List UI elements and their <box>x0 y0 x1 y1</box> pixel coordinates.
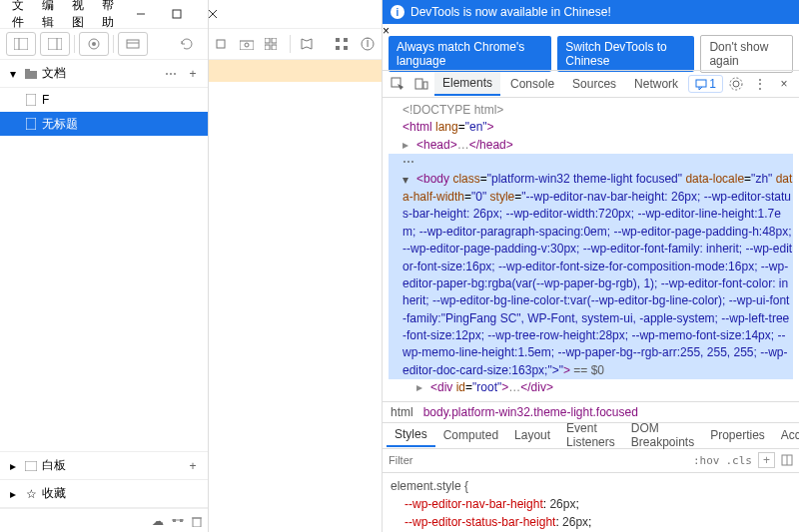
left-toolbar <box>0 28 208 60</box>
section-whiteboard[interactable]: ▸ 白板 + <box>0 452 208 480</box>
svg-rect-1 <box>173 10 181 18</box>
devtools-pane: i DevTools is now available in Chinese! … <box>383 0 799 532</box>
cls-toggle[interactable]: .cls <box>725 454 752 467</box>
document-tree: F 无标题 <box>0 88 208 451</box>
refresh-icon[interactable] <box>172 32 202 56</box>
svg-text:i: i <box>367 37 370 50</box>
layout-button-1[interactable] <box>6 32 36 56</box>
filter-input[interactable] <box>389 454 687 466</box>
stab-styles[interactable]: Styles <box>387 423 435 447</box>
tree-item[interactable]: F <box>0 88 208 112</box>
svg-rect-16 <box>25 461 37 471</box>
svg-rect-25 <box>265 38 270 43</box>
styles-tabs: Styles Computed Layout Event Listeners D… <box>383 423 799 449</box>
grid-icon[interactable] <box>265 38 280 50</box>
middle-toolbar: i <box>209 28 382 60</box>
section-add-icon[interactable]: + <box>184 67 202 81</box>
svg-rect-30 <box>344 38 348 42</box>
devtools-close-icon[interactable]: × <box>773 73 795 95</box>
messages-badge[interactable]: 1 <box>688 75 723 93</box>
settings-icon[interactable] <box>172 515 184 527</box>
add-rule-icon[interactable]: + <box>758 452 775 468</box>
btn-dont-show[interactable]: Don't show again <box>700 35 793 73</box>
sync-button[interactable] <box>118 32 148 56</box>
circle-button[interactable] <box>79 32 109 56</box>
css-declaration[interactable]: --wp-editor-nav-bar-height: 26px; <box>391 495 791 513</box>
chevron-right-icon: ▸ <box>6 487 20 501</box>
svg-rect-32 <box>344 46 348 50</box>
tree-item-label: 无标题 <box>42 116 78 133</box>
tag-icon[interactable] <box>215 38 230 50</box>
more-icon[interactable]: ⋮ <box>749 73 771 95</box>
svg-point-39 <box>733 81 739 87</box>
stab-computed[interactable]: Computed <box>435 424 506 446</box>
crumb-html[interactable]: html <box>391 405 413 419</box>
middle-pane: i <box>209 0 383 532</box>
divider <box>290 35 291 53</box>
folder-icon <box>24 69 38 79</box>
banner-buttons: Always match Chrome's language Switch De… <box>383 38 799 70</box>
dom-tree[interactable]: <!DOCTYPE html> <html lang="en"> ▸<head>… <box>383 98 799 401</box>
info-icon[interactable]: i <box>361 37 376 51</box>
rule-selector: element.style { <box>391 477 791 495</box>
dom-doctype: <!DOCTYPE html> <box>402 103 503 117</box>
section-documents[interactable]: ▾ 文档 ⋯ + <box>0 60 208 88</box>
svg-rect-27 <box>265 45 270 50</box>
devtools-banner: i DevTools is now available in Chinese! <box>383 0 799 24</box>
svg-rect-31 <box>336 46 340 50</box>
btn-switch-chinese[interactable]: Switch DevTools to Chinese <box>557 36 694 72</box>
section-add-icon[interactable]: + <box>184 459 202 473</box>
cloud-icon[interactable]: ☁ <box>152 514 164 528</box>
file-icon <box>26 118 36 130</box>
tab-sources[interactable]: Sources <box>564 73 624 95</box>
gear-icon[interactable] <box>725 73 747 95</box>
svg-rect-28 <box>272 45 277 50</box>
panel-menu-icon[interactable] <box>781 454 793 466</box>
stab-props[interactable]: Properties <box>702 424 773 446</box>
layout-button-2[interactable] <box>40 32 70 56</box>
minimize-button[interactable] <box>124 2 158 26</box>
stab-layout[interactable]: Layout <box>506 424 558 446</box>
svg-rect-22 <box>217 40 225 48</box>
book-icon[interactable] <box>301 38 316 50</box>
svg-rect-14 <box>26 94 36 106</box>
btn-match-language[interactable]: Always match Chrome's language <box>389 36 551 72</box>
tree-item-label: F <box>42 93 49 107</box>
middle-list <box>209 60 382 532</box>
list-item[interactable] <box>209 60 382 82</box>
trash-icon[interactable] <box>192 515 202 527</box>
svg-rect-6 <box>48 38 62 50</box>
chevron-right-icon: ▸ <box>6 459 20 473</box>
section-more-icon[interactable]: ⋯ <box>162 67 180 81</box>
file-icon <box>26 94 36 106</box>
svg-rect-36 <box>415 79 422 89</box>
devtools-header: Elements Console Sources Network 1 ⋮ × <box>383 70 799 98</box>
info-icon: i <box>391 5 404 19</box>
svg-rect-20 <box>193 518 201 527</box>
inspect-icon[interactable] <box>387 73 408 95</box>
stab-acc[interactable]: Accessibility <box>773 424 799 446</box>
hov-toggle[interactable]: :hov <box>693 454 720 467</box>
styles-panel[interactable]: element.style { --wp-editor-nav-bar-heig… <box>383 473 799 532</box>
statusbar: ☁ <box>0 508 208 532</box>
tab-elements[interactable]: Elements <box>434 72 500 96</box>
maximize-button[interactable] <box>160 2 194 26</box>
section-favorites[interactable]: ▸ ☆ 收藏 <box>0 480 208 508</box>
css-declaration[interactable]: --wp-editor-status-bar-height: 26px; <box>391 513 791 531</box>
camera-icon[interactable] <box>240 39 255 50</box>
tree-item-selected[interactable]: 无标题 <box>0 112 208 136</box>
tab-console[interactable]: Console <box>502 73 562 95</box>
svg-rect-38 <box>696 80 706 87</box>
section-label: 收藏 <box>42 485 202 502</box>
section-label: 白板 <box>42 457 180 474</box>
tab-network[interactable]: Network <box>626 73 686 95</box>
svg-point-24 <box>245 43 249 47</box>
chevron-down-icon: ▾ <box>6 67 20 81</box>
msg-count: 1 <box>709 77 716 91</box>
board-icon <box>24 461 38 471</box>
grid2-icon[interactable] <box>336 38 351 50</box>
dom-body-node[interactable]: ⋯ ▾<body class="platform-win32 theme-lig… <box>389 154 793 379</box>
svg-point-40 <box>730 78 742 90</box>
device-icon[interactable] <box>410 73 432 95</box>
svg-rect-23 <box>240 41 254 50</box>
